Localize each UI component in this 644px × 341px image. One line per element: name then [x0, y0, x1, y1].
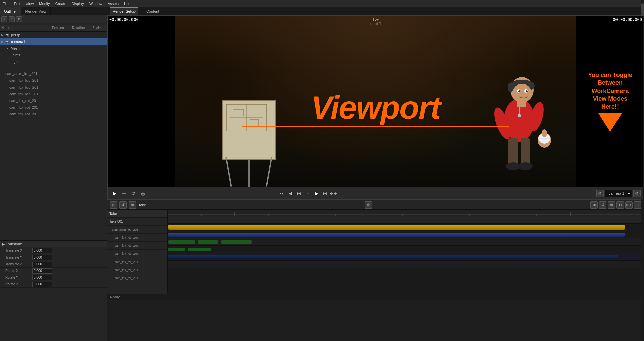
track-label-4[interactable]: cam_fbx_loc_201 — [107, 250, 167, 258]
camera-dropdown[interactable]: camera 1 — [605, 190, 632, 197]
menu-edit[interactable]: Edit — [14, 2, 20, 6]
tl-track-0 — [168, 216, 644, 224]
prev-keyframe-button[interactable]: ⏭ — [295, 189, 303, 197]
tree-item-extra7[interactable]: cam_fbx_rot_201 — [0, 111, 107, 117]
tl-loop-button[interactable]: ↺ — [119, 201, 127, 209]
menu-view[interactable]: View — [26, 2, 34, 6]
tree-item-extra5[interactable]: cam_fbx_rot_201 — [0, 97, 107, 104]
transform-section: ▶ Transform Translate X Translate Y Tran… — [0, 241, 107, 288]
tl-undo-button[interactable]: ↺ — [599, 201, 606, 209]
svg-point-13 — [518, 90, 520, 92]
timeline-section: ▷ ↺ ⊕ Take ⚙ ◀ ↺ ⊕ ⊟ ▷▷ ↔ — [107, 200, 644, 294]
go-to-end-button[interactable]: ⏭⏭ — [330, 189, 338, 197]
menu-file[interactable]: File — [3, 2, 9, 6]
next-keyframe-button[interactable]: ⏭ — [321, 189, 329, 197]
menu-modify[interactable]: Modify — [39, 2, 50, 6]
settings-button[interactable]: ⚙ — [16, 16, 22, 22]
prop-rz-input[interactable] — [32, 282, 52, 287]
tl-expand-button[interactable]: ↔ — [634, 201, 641, 209]
rotate-tool-button[interactable]: ↺ — [129, 189, 138, 197]
track-label-0[interactable]: Take 001 — [107, 218, 167, 226]
prop-rx-input[interactable] — [32, 268, 52, 274]
tl-bar-green-1[interactable] — [168, 240, 195, 244]
viewport-inner: You can Toggle Between WorkCamera View M… — [108, 16, 643, 199]
tf2-character — [472, 46, 566, 187]
tree-item-persp[interactable]: ▶ 📷 persp — [0, 32, 107, 38]
tl-track-6 — [168, 261, 644, 268]
menu-display[interactable]: Display — [72, 2, 84, 6]
track-label-6[interactable]: cam_fbx_rot_201 — [107, 266, 167, 274]
tl-prev-button[interactable]: ◀ — [590, 201, 598, 209]
annotation-line5: Here!! — [578, 103, 642, 111]
viewport-settings-button[interactable]: ⚙ — [596, 190, 604, 197]
tl-add2-button[interactable]: ⊕ — [608, 201, 615, 209]
tl-track-4 — [168, 246, 644, 253]
main-layout: Outliner Render View + ≡ ⚙ Name Position… — [0, 7, 644, 341]
camera-settings-button[interactable]: ⚙ — [633, 190, 641, 197]
tab-outliner[interactable]: Outliner — [0, 7, 21, 15]
track-label-7[interactable]: cam_fbx_rot_201 — [107, 274, 167, 282]
track-label-5[interactable]: cam_fbx_rot_201 — [107, 258, 167, 266]
annotation-line1: You can Toggle — [578, 71, 642, 79]
tab-content[interactable]: Content — [144, 7, 162, 15]
menu-create[interactable]: Create — [55, 2, 66, 6]
circle-tool-button[interactable]: ◎ — [139, 189, 147, 197]
menu-window[interactable]: Window — [89, 2, 102, 6]
prop-tz-input[interactable] — [32, 262, 52, 267]
tree-item-joints[interactable]: Joints — [0, 52, 107, 58]
scrollbar-vertical[interactable] — [641, 210, 644, 294]
tl-bar-darkblue[interactable] — [168, 255, 618, 259]
easel-center-leg — [248, 160, 250, 187]
viewport-underline — [242, 126, 509, 127]
viewport-container: You can Toggle Between WorkCamera View M… — [107, 15, 644, 200]
tl-play-button[interactable]: ▷ — [110, 201, 117, 209]
tl-remove-button[interactable]: ⊟ — [616, 201, 624, 209]
menu-help[interactable]: Help — [124, 2, 132, 6]
tree-item-extra3[interactable]: cam_fbx_loc_201 — [0, 84, 107, 91]
tree-item-camera1[interactable]: ▶ 📷 camera1 — [0, 38, 107, 45]
track-label-1[interactable]: cam_anim_loc_201 — [107, 226, 167, 234]
prop-rx: Rotate X — [0, 268, 107, 274]
svg-point-21 — [542, 129, 547, 137]
tl-bar-green-2[interactable] — [198, 240, 218, 244]
tl-bar-green-3[interactable] — [221, 240, 252, 244]
svg-rect-4 — [250, 119, 258, 126]
tab-render-view[interactable]: Render View — [21, 7, 51, 15]
select-tool-button[interactable]: ▶ — [111, 189, 119, 197]
tree-item-mesh[interactable]: ● Mesh — [0, 45, 107, 52]
tree-item-lights[interactable]: Lights — [0, 58, 107, 65]
viewport-annotation: You can Toggle Between WorkCamera View M… — [578, 71, 642, 132]
arrow-down-icon — [598, 113, 622, 132]
tree-item-extra1[interactable]: cam_anim_loc_201 — [0, 70, 107, 77]
tl-bar-yellow[interactable] — [168, 225, 625, 230]
timeline-tracks-area — [168, 210, 644, 294]
prop-ty-input[interactable] — [32, 255, 52, 260]
tl-settings-button[interactable]: ⚙ — [365, 201, 372, 209]
add-button[interactable]: + — [1, 16, 7, 22]
play-button[interactable]: ▶ — [312, 189, 320, 197]
tl-bar-green-4[interactable] — [168, 248, 185, 251]
prop-tx-input[interactable] — [32, 248, 52, 253]
menu-button[interactable]: ≡ — [9, 16, 15, 22]
menu-assets[interactable]: Assets — [108, 2, 119, 6]
step-back-button[interactable]: ◀ — [286, 189, 294, 197]
record-button[interactable]: ● — [304, 189, 312, 197]
svg-rect-15 — [517, 101, 526, 107]
track-label-3[interactable]: cam_fbx_loc_201 — [107, 242, 167, 250]
tab-render-setup[interactable]: Render Setup — [110, 7, 138, 15]
go-to-start-button[interactable]: ⏮ — [277, 189, 285, 197]
move-tool-button[interactable]: ✛ — [120, 189, 128, 197]
menu-bar: File Edit View Modify Create Display Win… — [0, 0, 644, 7]
easel-drawing — [223, 101, 275, 159]
tree-item-extra2[interactable]: cam_fbx_loc_201 — [0, 77, 107, 84]
tl-bar-green-5[interactable] — [188, 248, 211, 251]
tree-item-extra4[interactable]: cam_fbx_loc_201 — [0, 91, 107, 97]
track-label-2[interactable]: cam_fbx_loc_201 — [107, 234, 167, 242]
tree-item-extra6[interactable]: cam_fbx_rot_201 — [0, 104, 107, 111]
prop-ry-input[interactable] — [32, 275, 52, 280]
tl-forward-button[interactable]: ▷▷ — [625, 201, 633, 209]
tl-add-button[interactable]: ⊕ — [129, 201, 136, 209]
properties-panel: ▶ Transform Translate X Translate Y Tran… — [0, 240, 107, 341]
tl-bar-blue-1[interactable] — [168, 233, 625, 237]
transform-header[interactable]: ▶ Transform — [0, 241, 107, 247]
